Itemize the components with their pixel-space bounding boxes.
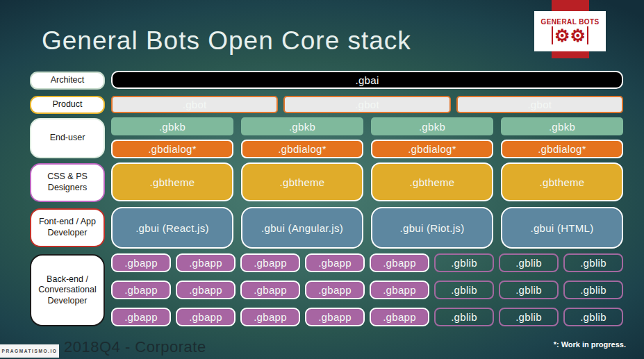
stack-row-gbapp-1: .gbapp.gbapp.gbapp.gbapp.gbapp.gblib.gbl… xyxy=(111,253,623,272)
gblib-box: .gblib xyxy=(434,308,494,326)
gbapp-box: .gbapp xyxy=(111,253,171,272)
stack-row-gbot: .gbot.gbot.gbot xyxy=(111,96,623,113)
gbtheme-box: .gbtheme xyxy=(111,162,233,201)
gbapp-box: .gbapp xyxy=(305,281,365,299)
gear-glyphs: ⚙⚙ xyxy=(554,26,586,44)
gbdialog-box: .gbdialog* xyxy=(371,140,493,158)
page-title: General Bots Open Core stack xyxy=(42,26,411,56)
gbapp-box: .gbapp xyxy=(370,253,429,272)
gblib-box: .gblib xyxy=(563,308,623,326)
gbapp-box: .gbapp xyxy=(176,253,236,272)
gbapp-box: .gbapp xyxy=(240,308,300,326)
gbdialog-box: .gbdialog* xyxy=(501,140,623,158)
gbkb-box: .gbkb xyxy=(501,117,623,135)
gbapp-box: .gbapp xyxy=(176,281,236,299)
gbdialog-box: .gbdialog* xyxy=(111,140,233,158)
stack-row-gbkb: .gbkb.gbkb.gbkb.gbkb xyxy=(111,117,623,135)
stack-row-gbui: .gbui (React.js).gbui (Angular.js).gbui … xyxy=(111,207,623,249)
gbapp-box: .gbapp xyxy=(370,281,429,299)
gbapp-box: .gbapp xyxy=(240,253,300,272)
gbapp-box: .gbapp xyxy=(111,308,171,326)
gbui-box: .gbui (Riot.js) xyxy=(371,207,493,249)
gear-bar-left xyxy=(552,26,553,44)
gbapp-box: .gbapp xyxy=(370,308,429,326)
logo-brand-text: GENERAL BOTS xyxy=(540,18,599,26)
stack-row-gbtheme: .gbtheme.gbtheme.gbtheme.gbtheme xyxy=(111,162,623,201)
gbapp-box: .gbapp xyxy=(111,281,171,299)
slide-canvas: General Bots Open Core stack GENERAL BOT… xyxy=(0,0,644,359)
gbtheme-box: .gbtheme xyxy=(241,162,363,201)
gblib-box: .gblib xyxy=(499,281,559,299)
gbapp-box: .gbapp xyxy=(305,308,365,326)
side-label-product: Product xyxy=(30,96,105,114)
gblib-box: .gblib xyxy=(499,253,559,272)
gblib-box: .gblib xyxy=(563,253,623,272)
footer-brand: PRAGMATISMO.IO xyxy=(0,344,59,358)
side-label-back-end-conversational-developer: Back-end / Conversational Developer xyxy=(30,254,105,326)
gbui-box: .gbui (React.js) xyxy=(111,207,233,249)
stack-row-gbapp-3: .gbapp.gbapp.gbapp.gbapp.gbapp.gblib.gbl… xyxy=(111,308,623,326)
gbot-box: .gbot xyxy=(456,96,623,113)
stack-row-gbdialog: .gbdialog*.gbdialog*.gbdialog*.gbdialog* xyxy=(111,140,623,158)
work-in-progress-note: *: Work in progress. xyxy=(554,340,626,349)
gbai-box: .gbai xyxy=(111,71,623,89)
general-bots-logo: GENERAL BOTS ⚙⚙ xyxy=(534,11,606,51)
gbui-box: .gbui (Angular.js) xyxy=(241,207,363,249)
gbapp-box: .gbapp xyxy=(240,281,300,299)
side-label-css-ps-designers: CSS & PS Designers xyxy=(30,163,105,202)
gblib-box: .gblib xyxy=(499,308,559,326)
gears-icon: ⚙⚙ xyxy=(552,26,588,44)
gbdialog-box: .gbdialog* xyxy=(241,140,363,158)
slide-label: 2018Q4 - Corporate xyxy=(64,338,206,356)
gbapp-box: .gbapp xyxy=(305,253,365,272)
gbtheme-box: .gbtheme xyxy=(371,162,493,201)
side-label-end-user: End-user xyxy=(30,118,105,158)
gear-bar-right xyxy=(587,26,588,44)
gblib-box: .gblib xyxy=(434,253,494,272)
side-label-font-end-app-developer: Font-end / App Developer xyxy=(30,208,105,247)
gbapp-box: .gbapp xyxy=(176,308,236,326)
gbkb-box: .gbkb xyxy=(111,117,233,135)
gbot-box: .gbot xyxy=(283,96,450,113)
gbui-box: .gbui (HTML) xyxy=(501,207,623,249)
stack-row-gbai: .gbai xyxy=(111,71,623,89)
gblib-box: .gblib xyxy=(434,281,494,299)
side-label-architect: Architect xyxy=(30,72,105,90)
gbot-box: .gbot xyxy=(111,96,278,113)
stack-row-gbapp-2: .gbapp.gbapp.gbapp.gbapp.gbapp.gblib.gbl… xyxy=(111,281,623,299)
gbtheme-box: .gbtheme xyxy=(501,162,623,201)
gblib-box: .gblib xyxy=(563,281,623,299)
gbkb-box: .gbkb xyxy=(371,117,493,135)
gbkb-box: .gbkb xyxy=(241,117,363,135)
